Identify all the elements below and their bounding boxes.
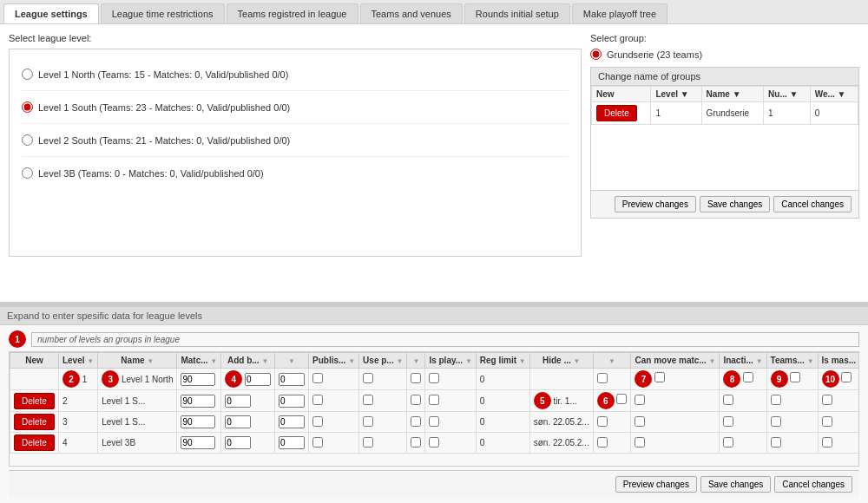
row2-publis[interactable] xyxy=(309,390,359,412)
row3-blank3-check[interactable] xyxy=(597,416,608,427)
col-inacti[interactable]: Inacti... ▼ xyxy=(720,353,766,369)
row2-new[interactable]: Delete xyxy=(10,390,59,412)
league-level-option-4[interactable]: Level 3B (Teams: 0 - Matches: 0, Valid/p… xyxy=(22,157,569,189)
groups-preview-button[interactable]: Preview changes xyxy=(615,196,696,212)
groups-delete-button[interactable]: Delete xyxy=(596,105,637,121)
row4-publis[interactable] xyxy=(309,433,359,454)
row2-addb-input[interactable] xyxy=(225,395,251,408)
row1-addb-input[interactable] xyxy=(245,373,271,386)
row2-matc[interactable] xyxy=(177,390,221,412)
row2-blank1[interactable] xyxy=(275,390,309,412)
level-save-button[interactable]: Save changes xyxy=(700,476,771,493)
row3-teams-check[interactable] xyxy=(771,416,781,427)
row4-teams-check[interactable] xyxy=(771,437,781,447)
row1-blank3-check[interactable] xyxy=(597,373,608,383)
col-blank2[interactable]: ▼ xyxy=(407,353,425,369)
col-matc[interactable]: Matc... ▼ xyxy=(177,353,221,369)
row3-usep[interactable] xyxy=(359,412,407,433)
groups-col-we[interactable]: We... ▼ xyxy=(810,87,858,102)
row3-inacti-check[interactable] xyxy=(723,416,733,427)
row4-delete-button[interactable]: Delete xyxy=(14,434,55,451)
row4-blank3-check[interactable] xyxy=(597,437,608,447)
row4-inacti[interactable] xyxy=(720,433,766,454)
row3-blank1[interactable] xyxy=(275,412,309,433)
col-isplay[interactable]: Is play... ▼ xyxy=(425,353,476,369)
row1-blank1[interactable] xyxy=(275,369,309,390)
col-usep[interactable]: Use p... ▼ xyxy=(359,353,407,369)
row4-blank1[interactable] xyxy=(275,433,309,454)
row4-teams[interactable] xyxy=(766,433,818,454)
row1-canmove-check[interactable] xyxy=(654,372,665,382)
row3-publis[interactable] xyxy=(309,412,359,433)
group-radio-item[interactable]: Grundserie (23 teams) xyxy=(590,49,859,60)
row2-teams-check[interactable] xyxy=(771,395,781,405)
row4-usep[interactable] xyxy=(359,433,407,454)
col-blank3[interactable]: ▼ xyxy=(593,353,631,369)
row3-blank2[interactable] xyxy=(407,412,425,433)
row1-blank2-check[interactable] xyxy=(411,373,421,383)
row3-ismas[interactable] xyxy=(818,412,859,433)
row4-ismas-check[interactable] xyxy=(822,437,832,447)
row3-isplay-check[interactable] xyxy=(429,416,439,427)
tab-league-settings[interactable]: League settings xyxy=(3,3,99,23)
row2-isplay[interactable] xyxy=(425,390,476,412)
row2-blank2[interactable] xyxy=(407,390,425,412)
row4-canmove-check[interactable] xyxy=(635,437,645,447)
group-radio-grundserie[interactable] xyxy=(590,49,602,60)
row4-ismas[interactable] xyxy=(818,433,859,454)
tab-playoff-tree[interactable]: Make playoff tree xyxy=(572,3,667,23)
col-level[interactable]: Level ▼ xyxy=(58,353,97,369)
row2-isplay-check[interactable] xyxy=(429,395,439,405)
row4-usep-check[interactable] xyxy=(363,437,373,447)
level-table-container[interactable]: New Level ▼ Name ▼ Matc... ▼ Add b... ▼ … xyxy=(9,351,859,467)
row1-teams[interactable]: 9 xyxy=(766,369,818,390)
level-preview-button[interactable]: Preview changes xyxy=(615,476,697,493)
row3-usep-check[interactable] xyxy=(363,416,373,427)
row2-ismas[interactable] xyxy=(818,390,859,412)
league-level-radio-3[interactable] xyxy=(22,134,33,146)
row2-inacti-check[interactable] xyxy=(723,395,733,405)
col-publis[interactable]: Publis... ▼ xyxy=(309,353,359,369)
row1-usep[interactable] xyxy=(359,369,407,390)
row2-canmove[interactable] xyxy=(631,390,720,412)
row3-blank1-input[interactable] xyxy=(279,415,305,428)
row1-matc[interactable] xyxy=(177,369,221,390)
col-new[interactable]: New xyxy=(10,353,59,369)
tab-teams-registered[interactable]: Teams registred in league xyxy=(227,3,358,23)
row1-blank1-input[interactable] xyxy=(279,373,305,386)
row3-matc[interactable] xyxy=(177,412,221,433)
groups-save-button[interactable]: Save changes xyxy=(700,196,770,212)
row1-teams-check[interactable] xyxy=(790,372,800,382)
groups-cancel-button[interactable]: Cancel changes xyxy=(773,196,852,212)
row3-new[interactable]: Delete xyxy=(10,412,59,433)
row2-publis-check[interactable] xyxy=(312,395,323,405)
row4-blank3[interactable] xyxy=(593,433,631,454)
row1-isplay-check[interactable] xyxy=(429,373,439,383)
row3-canmove[interactable] xyxy=(631,412,720,433)
row4-isplay-check[interactable] xyxy=(429,437,439,447)
row3-addb-input[interactable] xyxy=(225,415,251,428)
col-blank1[interactable]: ▼ xyxy=(275,353,309,369)
row4-isplay[interactable] xyxy=(425,433,476,454)
row4-blank1-input[interactable] xyxy=(279,436,305,449)
row2-blank2-check[interactable] xyxy=(411,395,421,405)
tab-teams-venues[interactable]: Teams and venues xyxy=(360,3,463,23)
col-reg[interactable]: Reg limit ▼ xyxy=(476,353,529,369)
row1-blank2[interactable] xyxy=(407,369,425,390)
row2-delete-button[interactable]: Delete xyxy=(14,393,55,409)
league-level-option-3[interactable]: Level 2 South (Teams: 21 - Matches: 0, V… xyxy=(22,124,569,157)
groups-row-delete[interactable]: Delete xyxy=(592,102,651,125)
row4-publis-check[interactable] xyxy=(312,437,323,447)
row1-addb[interactable]: 4 xyxy=(221,369,275,390)
row2-addb[interactable] xyxy=(221,390,275,412)
row4-blank2[interactable] xyxy=(407,433,425,454)
row2-teams[interactable] xyxy=(766,390,818,412)
row2-usep-check[interactable] xyxy=(363,395,373,405)
row1-publis-check[interactable] xyxy=(312,373,323,383)
row4-addb-input[interactable] xyxy=(225,436,251,449)
col-name[interactable]: Name ▼ xyxy=(98,353,177,369)
row3-ismas-check[interactable] xyxy=(822,416,832,427)
row4-addb[interactable] xyxy=(221,433,275,454)
row4-blank2-check[interactable] xyxy=(411,437,421,447)
tab-league-time[interactable]: League time restrictions xyxy=(101,3,225,23)
